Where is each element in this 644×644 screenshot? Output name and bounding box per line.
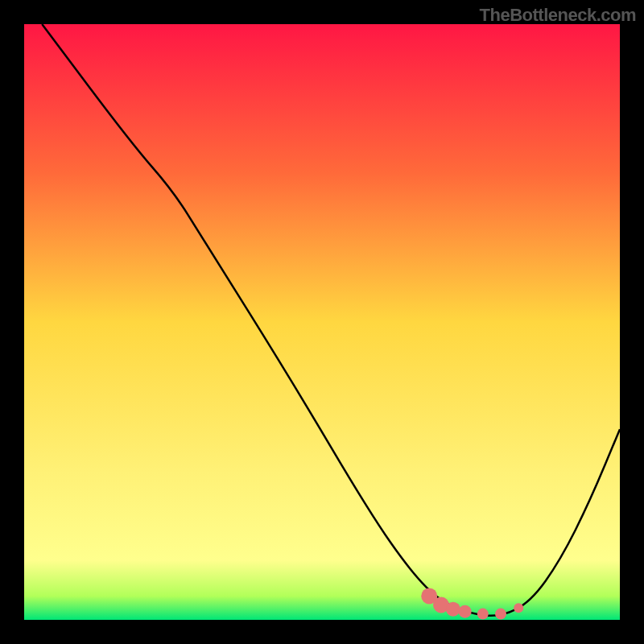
highlight-dot: [446, 602, 460, 617]
highlight-dot: [459, 605, 472, 618]
gradient-rect: [24, 24, 620, 620]
highlight-dot: [514, 603, 523, 613]
chart-svg: [24, 24, 620, 620]
watermark-text: TheBottleneck.com: [480, 5, 636, 26]
highlight-dot: [495, 609, 506, 620]
highlight-dot: [477, 609, 489, 620]
chart-area: [24, 24, 620, 620]
